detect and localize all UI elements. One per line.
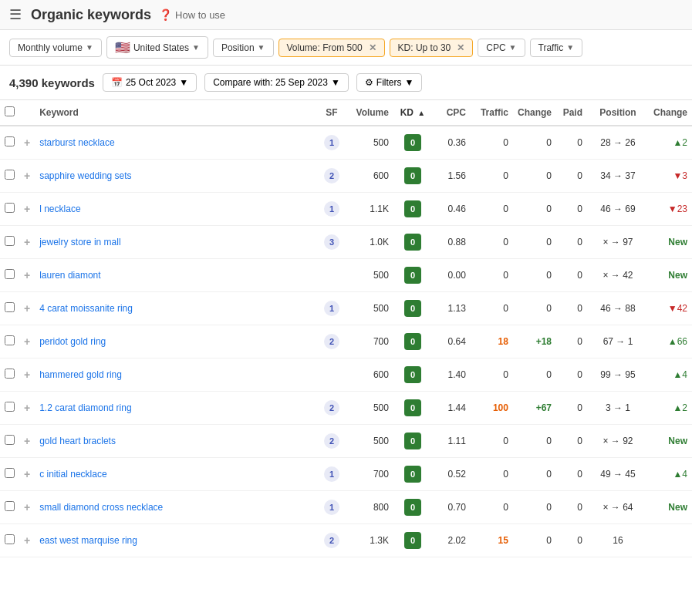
table-row: + sapphire wedding sets 2 600 0 1.56 0 0…: [0, 160, 692, 193]
monthly-volume-filter[interactable]: Monthly volume ▼: [9, 39, 102, 57]
add-keyword-button[interactable]: +: [24, 369, 30, 381]
row-checkbox[interactable]: [5, 269, 15, 279]
date-picker[interactable]: 📅 25 Oct 2023 ▼: [103, 73, 197, 92]
paid-cell: 0: [556, 392, 587, 425]
keyword-link[interactable]: c initial necklace: [39, 469, 106, 480]
traffic-cell: 0: [471, 193, 513, 226]
keyword-link[interactable]: sapphire wedding sets: [39, 170, 131, 181]
add-keyword-button[interactable]: +: [24, 203, 30, 215]
col-change-header[interactable]: Change: [513, 100, 556, 126]
compare-button[interactable]: Compare with: 25 Sep 2023 ▼: [204, 73, 349, 92]
calendar-icon: 📅: [111, 77, 123, 88]
kd-cell: 0: [393, 259, 432, 292]
sf-cell: 1: [316, 292, 347, 325]
traffic-filter[interactable]: Traffic ▼: [530, 39, 583, 57]
row-checkbox[interactable]: [5, 435, 15, 445]
cpc-cell: 2.02: [432, 524, 471, 557]
volume-cell: 500: [347, 259, 393, 292]
keyword-cell: hammered gold ring: [35, 358, 316, 392]
keyword-link[interactable]: starburst necklace: [39, 137, 114, 148]
filters-button[interactable]: ⚙ Filters ▼: [356, 73, 423, 92]
add-keyword-button[interactable]: +: [24, 236, 30, 248]
keyword-link[interactable]: gold heart braclets: [39, 436, 116, 446]
change-up-indicator: ▲66: [668, 336, 687, 347]
keyword-link[interactable]: 4 carat moissanite ring: [39, 303, 133, 314]
chevron-down-icon: ▼: [331, 77, 340, 88]
row-checkbox[interactable]: [5, 534, 15, 544]
volume-cell: 600: [347, 160, 393, 193]
keyword-link[interactable]: l necklace: [39, 204, 80, 214]
add-keyword-button[interactable]: +: [24, 335, 30, 348]
sf-badge: 1: [324, 135, 339, 150]
row-checkbox[interactable]: [5, 501, 15, 511]
col-position-header[interactable]: Position: [587, 100, 649, 126]
keyword-link[interactable]: east west marquise ring: [39, 535, 137, 546]
kd-filter[interactable]: KD: Up to 30 ✕: [390, 39, 474, 57]
keywords-table: Keyword SF Volume KD ▲ CPC Traffic Chang…: [0, 100, 692, 557]
col-paid-header[interactable]: Paid: [556, 100, 587, 126]
col-keyword-header[interactable]: Keyword: [35, 100, 316, 126]
volume-filter[interactable]: Volume: From 500 ✕: [278, 39, 385, 57]
row-checkbox[interactable]: [5, 170, 15, 180]
keyword-link[interactable]: jewelry store in mall: [39, 237, 120, 247]
keywords-table-container: Keyword SF Volume KD ▲ CPC Traffic Chang…: [0, 100, 692, 557]
row-checkbox[interactable]: [5, 136, 15, 146]
sf-badge: 1: [324, 301, 339, 316]
change-cell: 0: [513, 259, 556, 292]
col-volume-header[interactable]: Volume: [347, 100, 393, 126]
add-keyword-button[interactable]: +: [24, 501, 30, 513]
add-keyword-button[interactable]: +: [24, 269, 30, 281]
row-checkbox[interactable]: [5, 369, 15, 379]
row-checkbox[interactable]: [5, 468, 15, 478]
keyword-link[interactable]: small diamond cross necklace: [39, 502, 163, 513]
cpc-filter[interactable]: CPC ▼: [478, 39, 525, 57]
col-sf-header[interactable]: SF: [316, 100, 347, 126]
col-kd-header[interactable]: KD ▲: [393, 100, 432, 126]
close-icon[interactable]: ✕: [369, 42, 376, 53]
col-cpc-header[interactable]: CPC: [432, 100, 471, 126]
row-checkbox-cell: [0, 325, 19, 358]
change-cell: 0: [513, 226, 556, 259]
row-checkbox[interactable]: [5, 203, 15, 213]
position-cell: × → 92: [587, 425, 649, 458]
row-checkbox[interactable]: [5, 402, 15, 412]
keyword-link[interactable]: hammered gold ring: [39, 369, 122, 380]
sf-cell: 2: [316, 160, 347, 193]
keyword-link[interactable]: 1.2 carat diamond ring: [39, 402, 131, 413]
row-checkbox-cell: [0, 226, 19, 259]
col-change2-header[interactable]: Change: [649, 100, 692, 126]
add-button-cell: +: [19, 325, 35, 358]
row-checkbox[interactable]: [5, 302, 15, 312]
col-traffic-header[interactable]: Traffic: [471, 100, 513, 126]
change2-cell: ▲2: [649, 392, 692, 425]
add-keyword-button[interactable]: +: [24, 534, 30, 547]
paid-cell: 0: [556, 226, 587, 259]
add-keyword-button[interactable]: +: [24, 468, 30, 480]
add-keyword-button[interactable]: +: [24, 435, 30, 447]
paid-cell: 0: [556, 325, 587, 358]
change-up-indicator: ▲2: [673, 402, 687, 413]
keyword-link[interactable]: lauren diamont: [39, 270, 100, 281]
add-keyword-button[interactable]: +: [24, 402, 30, 414]
country-filter[interactable]: 🇺🇸 United States ▼: [106, 36, 208, 59]
kd-badge: 0: [404, 499, 421, 516]
table-row: + hammered gold ring 600 0 1.40 0 0 0 99…: [0, 358, 692, 392]
sf-badge: 2: [324, 334, 339, 349]
keyword-link[interactable]: peridot gold ring: [39, 336, 106, 347]
traffic-cell: 100: [471, 392, 513, 425]
add-keyword-button[interactable]: +: [24, 170, 30, 182]
sf-cell: 1: [316, 491, 347, 524]
row-checkbox[interactable]: [5, 335, 15, 345]
menu-icon[interactable]: ☰: [9, 6, 22, 23]
how-to-use-link[interactable]: How to use: [175, 9, 225, 21]
table-row: + lauren diamont 500 0 0.00 0 0 0 × → 42…: [0, 259, 692, 292]
position-filter[interactable]: Position ▼: [213, 39, 274, 57]
add-keyword-button[interactable]: +: [24, 302, 30, 315]
add-keyword-button[interactable]: +: [24, 136, 30, 149]
kd-badge: 0: [404, 366, 421, 383]
change2-cell: ▲4: [649, 358, 692, 392]
row-checkbox[interactable]: [5, 236, 15, 246]
change2-cell: ▼42: [649, 292, 692, 325]
select-all-checkbox[interactable]: [5, 106, 15, 116]
close-icon[interactable]: ✕: [457, 42, 464, 53]
